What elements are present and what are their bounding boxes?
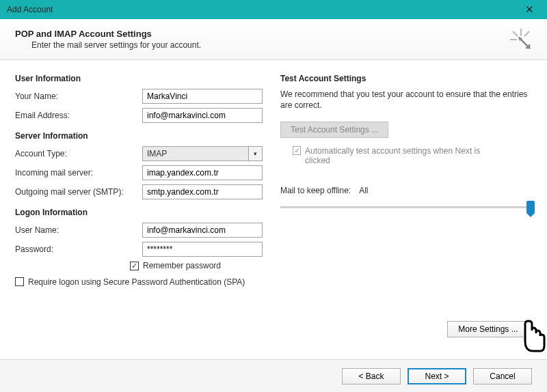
close-icon[interactable]: ✕ bbox=[517, 0, 542, 19]
email-label: Email Address: bbox=[15, 111, 142, 120]
remember-password-row: ✓ Remember password bbox=[130, 261, 267, 270]
email-input[interactable] bbox=[142, 108, 263, 123]
server-info-heading: Server Information bbox=[15, 131, 267, 141]
test-settings-heading: Test Account Settings bbox=[280, 74, 532, 83]
auto-test-row: ✓ Automatically test account settings wh… bbox=[293, 146, 491, 165]
auto-test-label: Automatically test account settings when… bbox=[305, 146, 491, 165]
remember-password-checkbox[interactable]: ✓ bbox=[130, 262, 139, 270]
spa-row: Require logon using Secure Password Auth… bbox=[15, 277, 261, 288]
wizard-sparkle-icon bbox=[509, 27, 533, 52]
account-type-row: Account Type: IMAP ▾ bbox=[15, 146, 267, 161]
svg-line-2 bbox=[513, 31, 518, 36]
mail-offline-slider[interactable] bbox=[280, 201, 532, 216]
incoming-server-input[interactable] bbox=[142, 165, 263, 180]
wizard-footer: < Back Next > Cancel bbox=[0, 359, 547, 392]
back-button[interactable]: < Back bbox=[342, 368, 401, 384]
user-name-input[interactable] bbox=[142, 223, 263, 238]
account-type-label: Account Type: bbox=[15, 149, 142, 158]
outgoing-row: Outgoing mail server (SMTP): bbox=[15, 184, 267, 199]
mail-offline-value: All bbox=[359, 186, 368, 195]
account-type-value: IMAP bbox=[142, 146, 249, 161]
form-body: User Information Your Name: Email Addres… bbox=[0, 60, 547, 291]
user-name-row: User Name: bbox=[15, 223, 267, 238]
wizard-header: POP and IMAP Account Settings Enter the … bbox=[0, 19, 547, 60]
more-settings-button[interactable]: More Settings ... bbox=[447, 321, 529, 337]
test-account-button[interactable]: Test Account Settings ... bbox=[280, 122, 388, 138]
user-name-label: User Name: bbox=[15, 225, 142, 235]
next-button[interactable]: Next > bbox=[408, 368, 466, 384]
user-info-heading: User Information bbox=[15, 74, 267, 83]
account-type-select[interactable]: IMAP ▾ bbox=[142, 146, 263, 161]
cancel-button[interactable]: Cancel bbox=[473, 368, 532, 384]
outgoing-server-input[interactable] bbox=[142, 184, 263, 199]
password-input[interactable] bbox=[142, 242, 263, 257]
logon-info-heading: Logon Information bbox=[15, 208, 267, 217]
your-name-label: Your Name: bbox=[15, 92, 142, 101]
outgoing-label: Outgoing mail server (SMTP): bbox=[15, 187, 142, 197]
password-label: Password: bbox=[15, 244, 142, 254]
password-row: Password: bbox=[15, 242, 267, 257]
window-title: Add Account bbox=[7, 5, 53, 14]
spa-checkbox[interactable] bbox=[15, 277, 24, 286]
remember-password-label: Remember password bbox=[143, 261, 221, 270]
incoming-label: Incoming mail server: bbox=[15, 168, 142, 178]
chevron-down-icon[interactable]: ▾ bbox=[249, 146, 263, 161]
your-name-input[interactable] bbox=[142, 89, 263, 104]
slider-thumb[interactable] bbox=[526, 201, 535, 213]
wizard-subtitle: Enter the mail server settings for your … bbox=[31, 40, 532, 50]
test-settings-instruction: We recommend that you test your account … bbox=[280, 89, 532, 111]
slider-track bbox=[280, 206, 532, 208]
svg-line-3 bbox=[524, 31, 529, 36]
auto-test-checkbox: ✓ bbox=[293, 146, 301, 155]
your-name-row: Your Name: bbox=[15, 89, 267, 104]
mail-offline-label: Mail to keep offline: bbox=[280, 186, 351, 195]
right-column: Test Account Settings We recommend that … bbox=[280, 70, 532, 291]
incoming-row: Incoming mail server: bbox=[15, 165, 267, 180]
left-column: User Information Your Name: Email Addres… bbox=[15, 70, 267, 291]
spa-label: Require logon using Secure Password Auth… bbox=[28, 277, 245, 288]
titlebar: Add Account ✕ bbox=[0, 0, 547, 19]
email-row: Email Address: bbox=[15, 108, 267, 123]
mail-offline-row: Mail to keep offline: All bbox=[280, 186, 532, 216]
wizard-title: POP and IMAP Account Settings bbox=[15, 29, 532, 39]
